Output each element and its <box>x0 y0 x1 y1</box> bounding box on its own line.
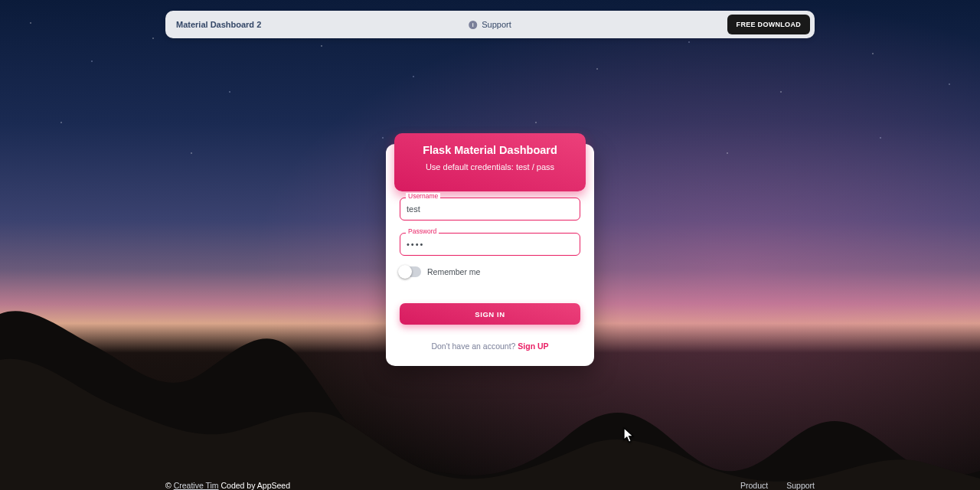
sign-up-link[interactable]: Sign UP <box>518 341 548 351</box>
creative-tim-link[interactable]: Creative Tim <box>174 481 219 490</box>
signup-prompt: Don't have an account? <box>431 341 518 351</box>
support-label: Support <box>482 20 511 29</box>
sign-in-button[interactable]: SIGN IN <box>400 303 580 325</box>
footer-right: Product Support <box>740 481 815 490</box>
toggle-knob <box>398 265 412 279</box>
copyright-symbol: © <box>165 481 174 490</box>
login-card-header: Flask Material Dashboard Use default cre… <box>394 133 586 191</box>
brand-title: Material Dashboard 2 <box>176 20 261 29</box>
free-download-button[interactable]: FREE DOWNLOAD <box>727 15 810 34</box>
remember-toggle[interactable] <box>400 266 421 277</box>
topbar: Material Dashboard 2 i Support FREE DOWN… <box>165 11 815 38</box>
signup-line: Don't have an account? Sign UP <box>400 341 580 351</box>
username-label: Username <box>406 193 440 200</box>
username-input[interactable] <box>400 198 580 220</box>
login-subtitle: Use default credentials: test / pass <box>402 162 578 172</box>
password-label: Password <box>406 228 439 235</box>
remember-row: Remember me <box>400 266 580 277</box>
password-wrapper: Password <box>400 233 580 256</box>
footer-left: © Creative Tim Coded by AppSeed <box>165 481 290 490</box>
footer-product-link[interactable]: Product <box>740 481 768 490</box>
username-wrapper: Username <box>400 198 580 220</box>
footer: © Creative Tim Coded by AppSeed Product … <box>165 481 815 490</box>
coded-by: Coded by AppSeed <box>219 481 290 490</box>
remember-label: Remember me <box>427 267 480 276</box>
password-input[interactable] <box>400 233 580 256</box>
footer-support-link[interactable]: Support <box>786 481 815 490</box>
support-link[interactable]: i Support <box>469 20 511 29</box>
login-card: Flask Material Dashboard Use default cre… <box>386 144 594 366</box>
login-title: Flask Material Dashboard <box>402 144 578 156</box>
info-icon: i <box>469 21 477 29</box>
